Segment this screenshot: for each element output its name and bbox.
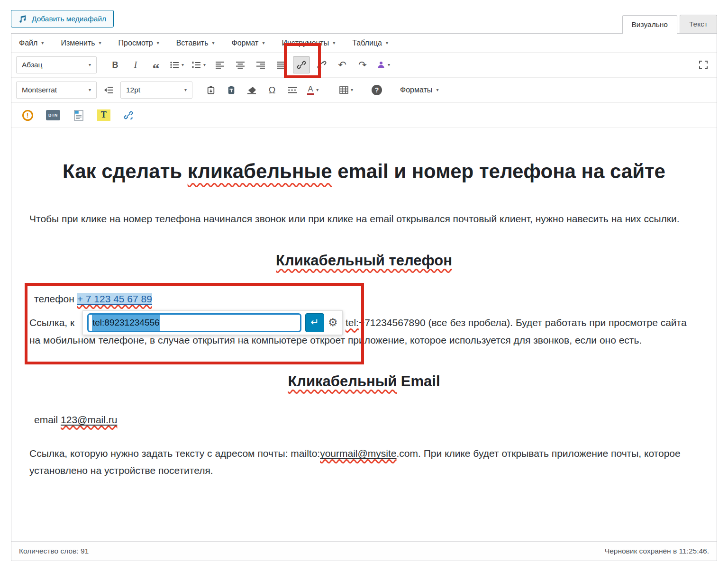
menu-view[interactable]: Просмотр▾ <box>118 39 159 47</box>
fullscreen-icon <box>699 60 708 70</box>
blockquote-button[interactable]: “ <box>147 56 164 73</box>
clear-formatting-button[interactable] <box>243 82 260 99</box>
menu-format[interactable]: Формат▾ <box>232 39 265 47</box>
toolbar-row-2: Montserrat ▾ 12pt ▾ Ω <box>11 78 717 103</box>
phone-link-squiggle: + 7 123 45 67 89 <box>77 293 152 305</box>
chevron-down-icon: ▾ <box>351 88 353 92</box>
paste-as-text-button[interactable] <box>202 82 219 99</box>
title-text: Как сделать <box>63 160 188 182</box>
link-url-input[interactable]: tel:89231234556 <box>87 313 301 332</box>
phone-demo-block: телефон + 7 123 45 67 89 Ссылка, к: tel:… <box>29 290 699 349</box>
text-highlight-button[interactable]: T <box>95 107 113 124</box>
special-character-button[interactable]: Ω <box>264 82 281 99</box>
align-center-button[interactable] <box>232 56 249 73</box>
text-color-button[interactable]: A ▾ <box>304 82 321 99</box>
font-size-select[interactable]: 12pt ▾ <box>120 82 192 99</box>
chevron-down-icon: ▾ <box>184 88 187 92</box>
chevron-down-icon: ▾ <box>436 88 438 92</box>
tab-text[interactable]: Текст <box>680 15 717 33</box>
outdent-button[interactable] <box>100 82 117 99</box>
chevron-down-icon: ▾ <box>333 41 335 45</box>
text-color-icon: A <box>307 85 314 95</box>
email-link[interactable]: 123@mail.ru <box>61 414 117 425</box>
menu-tools[interactable]: Инструменты▾ <box>282 39 335 47</box>
warning-shortcode-button[interactable]: ! <box>19 107 36 124</box>
fullscreen-button[interactable] <box>695 56 712 73</box>
clipboard-icon <box>227 86 236 95</box>
undo-button[interactable]: ↶ <box>334 56 351 73</box>
menu-tools-label: Инструменты <box>282 39 329 47</box>
add-media-button[interactable]: Добавить медиафайл <box>11 10 114 27</box>
bold-button[interactable]: B <box>107 56 124 73</box>
remove-link-button[interactable] <box>313 56 330 73</box>
link-button-wrapper <box>293 56 310 73</box>
font-size-value: 12pt <box>126 86 140 94</box>
bullet-list-icon <box>170 61 179 69</box>
add-media-label: Добавить медиафайл <box>32 15 106 23</box>
chevron-down-icon: ▾ <box>89 63 91 67</box>
font-family-value: Montserrat <box>22 86 57 94</box>
insert-link-button[interactable] <box>293 56 310 73</box>
italic-button[interactable]: I <box>127 56 144 73</box>
read-more-button[interactable] <box>284 82 301 99</box>
block-format-select[interactable]: Абзац ▾ <box>16 56 97 73</box>
align-right-button[interactable] <box>252 56 269 73</box>
redo-button[interactable]: ↷ <box>354 56 371 73</box>
draft-saved-status: Черновик сохранён в 11:25:46. <box>605 547 709 555</box>
help-button[interactable]: ? <box>368 82 385 99</box>
email-para-pre: Ссылка, которую нужно задать тексту с ад… <box>29 448 320 459</box>
phone-link[interactable]: + 7 123 45 67 89 <box>77 293 152 304</box>
post-title: Как сделать кликабельные email и номер т… <box>44 154 684 189</box>
eraser-icon <box>247 86 256 94</box>
paste-from-word-button[interactable] <box>223 82 240 99</box>
email-para-squiggle: yourmail@mysite <box>320 448 396 459</box>
media-note-icon <box>18 14 27 23</box>
accessibility-check-button[interactable]: ▾ <box>374 56 392 73</box>
menu-table-label: Таблица <box>352 39 382 47</box>
justify-button[interactable] <box>273 56 290 73</box>
align-left-button[interactable] <box>211 56 228 73</box>
link-url-popup: tel:89231234556 ↵ ⚙ <box>82 310 343 335</box>
menu-table[interactable]: Таблица▾ <box>352 39 388 47</box>
menu-edit-label: Изменить <box>61 39 95 47</box>
title-misspelled-word: кликабельные <box>188 160 332 182</box>
unlink-icon <box>317 60 327 70</box>
menu-file[interactable]: Файл▾ <box>19 39 44 47</box>
email-line: email 123@mail.ru <box>29 411 699 429</box>
table-button[interactable]: ▾ <box>337 82 355 99</box>
editor-content-area[interactable]: Как сделать кликабельные email и номер т… <box>11 128 717 541</box>
phone-link-selection: + 7 123 45 67 89 <box>77 293 152 305</box>
chevron-down-icon: ▾ <box>203 63 206 67</box>
link-settings-button[interactable]: ⚙ <box>328 317 338 328</box>
email-heading-misspelled: Кликабельный <box>288 373 397 390</box>
menu-insert-label: Вставить <box>176 39 209 47</box>
menu-insert[interactable]: Вставить▾ <box>176 39 215 47</box>
formats-dropdown[interactable]: Форматы ▾ <box>395 86 443 94</box>
button-shortcode-button[interactable]: BTN <box>44 107 63 124</box>
table-icon <box>339 86 348 94</box>
align-center-icon <box>236 62 245 69</box>
edit-link-icon <box>124 110 134 120</box>
phone-line: телефон + 7 123 45 67 89 <box>29 290 699 308</box>
numbered-list-button[interactable]: ▾ <box>190 56 208 73</box>
chevron-down-icon: ▾ <box>41 41 44 45</box>
page-template-button[interactable] <box>70 107 87 124</box>
insert-edit-link-button[interactable] <box>120 107 137 124</box>
chevron-down-icon: ▾ <box>316 88 318 92</box>
font-family-select[interactable]: Montserrat ▾ <box>16 82 97 99</box>
editor-mode-tabs: Визуально Текст <box>622 15 717 33</box>
help-icon: ? <box>372 85 382 95</box>
tab-visual[interactable]: Визуально <box>622 15 677 34</box>
link-icon <box>297 60 306 70</box>
menu-edit[interactable]: Изменить▾ <box>61 39 101 47</box>
chevron-down-icon: ▾ <box>157 41 159 45</box>
toolbar-row-3: ! BTN T <box>11 103 717 128</box>
align-left-icon <box>216 62 224 69</box>
bullet-list-button[interactable]: ▾ <box>168 56 186 73</box>
chevron-down-icon: ▾ <box>388 63 390 67</box>
intro-paragraph: Чтобы при клике на номер телефона начина… <box>29 210 699 228</box>
gear-icon: ⚙ <box>328 316 338 328</box>
email-paragraph: Ссылка, которую нужно задать тексту с ад… <box>29 445 699 480</box>
chevron-down-icon: ▾ <box>89 88 91 92</box>
apply-link-button[interactable]: ↵ <box>305 313 324 332</box>
